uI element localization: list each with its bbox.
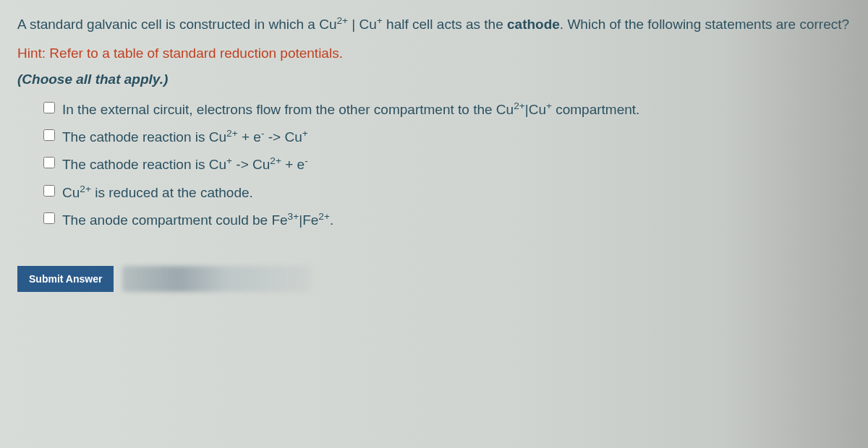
option-checkbox-3[interactable] <box>43 157 55 168</box>
obscured-region <box>122 266 310 292</box>
question-text: A standard galvanic cell is constructed … <box>17 14 851 35</box>
options-list: In the external circuit, electrons flow … <box>43 99 851 232</box>
option-row: In the external circuit, electrons flow … <box>43 99 851 121</box>
option-checkbox-2[interactable] <box>43 129 55 141</box>
option-row: The anode compartment could be Fe3+|Fe2+… <box>43 210 851 231</box>
option-label-5: The anode compartment could be Fe3+|Fe2+… <box>62 210 333 231</box>
option-row: Cu2+ is reduced at the cathode. <box>43 182 851 204</box>
submit-row: Submit Answer <box>17 266 851 292</box>
option-checkbox-4[interactable] <box>43 185 55 197</box>
hint-text: Hint: Refer to a table of standard reduc… <box>17 46 851 61</box>
instruction-text: (Choose all that apply.) <box>17 72 851 87</box>
option-label-3: The cathode reaction is Cu+ -> Cu2+ + e- <box>62 154 308 176</box>
option-label-4: Cu2+ is reduced at the cathode. <box>62 182 253 204</box>
option-checkbox-1[interactable] <box>43 102 55 113</box>
option-label-2: The cathode reaction is Cu2+ + e- -> Cu+ <box>62 126 308 148</box>
option-row: The cathode reaction is Cu2+ + e- -> Cu+ <box>43 126 851 148</box>
option-row: The cathode reaction is Cu+ -> Cu2+ + e- <box>43 154 851 176</box>
submit-answer-button[interactable]: Submit Answer <box>17 266 114 292</box>
option-label-1: In the external circuit, electrons flow … <box>62 99 639 121</box>
option-checkbox-5[interactable] <box>43 212 55 224</box>
